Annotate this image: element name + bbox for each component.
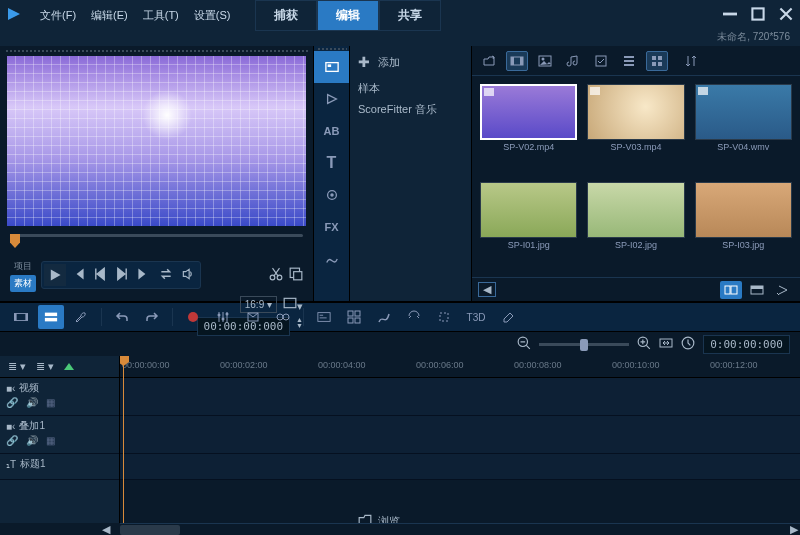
next-frame-button[interactable]	[112, 264, 132, 284]
clip-thumb[interactable]: SP-I01.jpg	[480, 182, 577, 270]
clip-thumb[interactable]: SP-V03.mp4	[587, 84, 684, 172]
seek-bar[interactable]	[10, 234, 303, 252]
clip-thumb[interactable]: SP-V04.wmv	[695, 84, 792, 172]
preview-tab-project[interactable]: 项目	[10, 258, 36, 275]
lib-filter-icon[interactable]: FX	[314, 211, 349, 243]
lib-title-icon[interactable]: T	[314, 147, 349, 179]
loop-button[interactable]	[156, 264, 176, 284]
filter-audio-icon[interactable]	[562, 51, 584, 71]
auto-music-icon[interactable]	[240, 305, 266, 329]
preview-tab-clip[interactable]: 素材	[10, 275, 36, 292]
lib-media-icon[interactable]	[314, 51, 349, 83]
tree-scorefitter[interactable]: ScoreFitter 音乐	[358, 99, 463, 120]
filter-all-icon[interactable]	[506, 51, 528, 71]
timeline-scrollbar[interactable]: ◀ ▶	[120, 523, 800, 535]
panel-view-3[interactable]	[772, 281, 794, 299]
project-duration-icon[interactable]	[681, 336, 695, 352]
cut-icon[interactable]	[269, 267, 283, 283]
menu-settings[interactable]: 设置(S)	[194, 8, 231, 23]
mode-share[interactable]: 共享	[379, 0, 441, 31]
lib-path-icon[interactable]	[314, 243, 349, 275]
panel-view-1[interactable]	[720, 281, 742, 299]
track-header-title[interactable]: ₁T标题1	[0, 454, 119, 480]
lib-instant-icon[interactable]	[314, 83, 349, 115]
lib-transition-icon[interactable]: AB	[314, 115, 349, 147]
timecode-stepper[interactable]: ▲▼	[296, 317, 303, 336]
timeline-body[interactable]: 00:00:00:00 00:00:02:00 00:00:04:00 00:0…	[120, 356, 800, 523]
filter-used-icon[interactable]	[590, 51, 612, 71]
redo-icon[interactable]	[139, 305, 165, 329]
track-lane-title[interactable]	[120, 454, 800, 480]
storyboard-view-icon[interactable]	[8, 305, 34, 329]
scroll-left-icon[interactable]: ◀	[102, 523, 110, 535]
motion-track-icon[interactable]	[270, 305, 296, 329]
menu-edit[interactable]: 编辑(E)	[91, 8, 128, 23]
undo-icon[interactable]	[109, 305, 135, 329]
mute-icon[interactable]: 🔊	[26, 435, 38, 446]
mixer-icon[interactable]	[210, 305, 236, 329]
add-track-icon[interactable]	[64, 363, 74, 370]
subtitle-icon[interactable]	[311, 305, 337, 329]
zoom-slider[interactable]	[539, 343, 629, 346]
track-menu-1[interactable]: ≣ ▾	[8, 360, 26, 373]
panel-view-2[interactable]	[746, 281, 768, 299]
panel-grip[interactable]	[4, 48, 309, 54]
import-icon[interactable]	[478, 51, 500, 71]
sort-icon[interactable]	[682, 51, 700, 71]
mode-capture[interactable]: 捕获	[255, 0, 317, 31]
close-button[interactable]	[777, 5, 795, 25]
mode-edit[interactable]: 编辑	[317, 0, 379, 31]
tree-sample[interactable]: 样本	[358, 78, 463, 99]
fit-project-icon[interactable]	[659, 336, 673, 352]
clip-thumb[interactable]: SP-I03.jpg	[695, 182, 792, 270]
prev-frame-button[interactable]	[90, 264, 110, 284]
clip-thumb[interactable]: SP-I02.jpg	[587, 182, 684, 270]
maximize-button[interactable]	[749, 5, 767, 25]
play-button[interactable]	[44, 264, 66, 286]
lib-graphic-icon[interactable]	[314, 179, 349, 211]
link-icon[interactable]: 🔗	[6, 397, 18, 408]
filter-photo-icon[interactable]	[534, 51, 556, 71]
add-folder-label[interactable]: 添加	[378, 55, 400, 70]
track-header-video[interactable]: ■‹视频 🔗🔊▦	[0, 378, 119, 416]
fx-toggle-icon[interactable]: ▦	[46, 435, 55, 446]
snapshot-icon[interactable]	[289, 267, 303, 283]
minimize-button[interactable]	[721, 5, 739, 25]
track-header-overlay[interactable]: ■‹叠加1 🔗🔊▦	[0, 416, 119, 454]
menu-tools[interactable]: 工具(T)	[143, 8, 179, 23]
scroll-right-icon[interactable]: ▶	[790, 523, 798, 535]
clip-thumb[interactable]: SP-V02.mp4	[480, 84, 577, 172]
time-ruler[interactable]: 00:00:00:00 00:00:02:00 00:00:04:00 00:0…	[120, 356, 800, 378]
playhead[interactable]	[123, 356, 124, 523]
zoom-out-icon[interactable]	[517, 336, 531, 352]
preview-viewport[interactable]	[7, 56, 306, 226]
tools-icon[interactable]	[68, 305, 94, 329]
fx-toggle-icon[interactable]: ▦	[46, 397, 55, 408]
eraser-icon[interactable]	[495, 305, 521, 329]
zoom-in-icon[interactable]	[637, 336, 651, 352]
mute-icon[interactable]: 🔊	[26, 397, 38, 408]
3d-title-icon[interactable]: T3D	[461, 305, 491, 329]
pan-zoom-icon[interactable]	[401, 305, 427, 329]
record-icon[interactable]	[180, 305, 206, 329]
track-menu-2[interactable]: ≣ ▾	[36, 360, 54, 373]
track-lane-video[interactable]	[120, 378, 800, 416]
seek-thumb[interactable]	[10, 234, 20, 248]
multicam-icon[interactable]	[341, 305, 367, 329]
view-list-icon[interactable]	[618, 51, 640, 71]
zoom-timecode[interactable]: 0:00:00:000	[703, 335, 790, 354]
timeline-view-icon[interactable]	[38, 305, 64, 329]
collapse-tree-button[interactable]: ◀	[478, 282, 496, 297]
timeremapping-icon[interactable]	[371, 305, 397, 329]
add-folder-button[interactable]: ✚	[358, 54, 370, 70]
menu-file[interactable]: 文件(F)	[40, 8, 76, 23]
mask-icon[interactable]	[431, 305, 457, 329]
scrollbar-thumb[interactable]	[120, 525, 180, 535]
track-lane-overlay[interactable]	[120, 416, 800, 454]
status-bar: 未命名, 720*576	[0, 30, 800, 46]
link-icon[interactable]: 🔗	[6, 435, 18, 446]
view-grid-icon[interactable]	[646, 51, 668, 71]
go-end-button[interactable]	[134, 264, 154, 284]
go-start-button[interactable]	[68, 264, 88, 284]
volume-button[interactable]	[178, 264, 198, 284]
